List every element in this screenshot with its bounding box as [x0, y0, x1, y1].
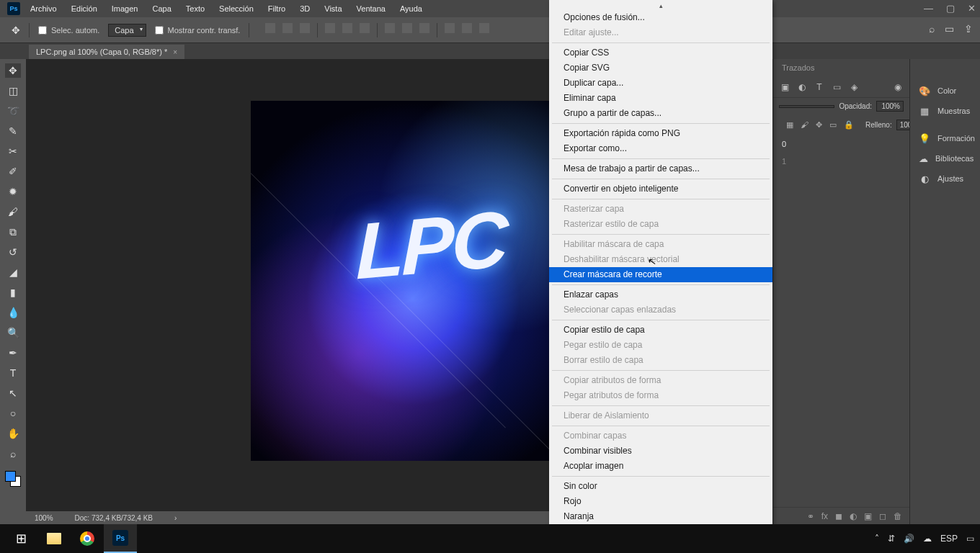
document-size[interactable]: Doc: 732,4 KB/732,4 KB: [75, 514, 153, 522]
eyedropper-tool[interactable]: ✐: [5, 164, 21, 179]
auto-select-dropdown[interactable]: Capa: [108, 24, 146, 37]
crop-tool[interactable]: ✂: [5, 144, 21, 158]
notifications-icon[interactable]: ▭: [966, 534, 974, 544]
document-tab[interactable]: LPC.png al 100% (Capa 0, RGB/8*) * ×: [29, 45, 184, 59]
menu-archivo[interactable]: Archivo: [30, 4, 57, 13]
group-icon[interactable]: ▣: [864, 511, 872, 521]
menu-ayuda[interactable]: Ayuda: [400, 4, 422, 13]
volume-icon[interactable]: 🔊: [904, 534, 914, 544]
layer-item[interactable]: 1: [773, 153, 909, 170]
onedrive-icon[interactable]: ☁: [923, 534, 932, 544]
menu-filtro[interactable]: Filtro: [268, 4, 285, 13]
healing-tool[interactable]: ✹: [5, 184, 21, 199]
distribute-icon[interactable]: [385, 23, 395, 33]
ctx-convert-smart-object[interactable]: Convertir en objeto inteligente: [549, 181, 772, 197]
start-button[interactable]: ⊞: [4, 524, 37, 553]
color-swatch[interactable]: [5, 471, 21, 487]
panel-formacion[interactable]: 💡Formación: [910, 128, 980, 148]
pen-tool[interactable]: ✒: [5, 346, 21, 360]
lasso-tool[interactable]: ➰: [5, 104, 21, 118]
align-icon[interactable]: [300, 23, 310, 33]
ctx-color-orange[interactable]: Naranja: [549, 509, 772, 524]
input-language[interactable]: ESP: [940, 534, 958, 544]
adjustment-layer-icon[interactable]: ◐: [850, 511, 857, 521]
panel-muestras[interactable]: ▦Muestras: [910, 101, 980, 121]
distribute-icon[interactable]: [419, 23, 429, 33]
network-icon[interactable]: ⇵: [888, 534, 895, 544]
lock-transparency-icon[interactable]: ▦: [786, 120, 793, 130]
minimize-icon[interactable]: —: [924, 3, 933, 14]
close-tab-icon[interactable]: ×: [173, 48, 177, 56]
layer-mask-icon[interactable]: ◼: [835, 511, 842, 521]
menu-capa[interactable]: Capa: [152, 4, 171, 13]
zoom-level[interactable]: 100%: [35, 514, 53, 522]
type-tool[interactable]: T: [5, 366, 21, 380]
zoom-tool[interactable]: ⌕: [5, 446, 21, 461]
align-icon[interactable]: [325, 23, 335, 33]
layer-item[interactable]: 0: [773, 135, 909, 153]
distribute-icon[interactable]: [445, 23, 455, 33]
menu-3d[interactable]: 3D: [300, 4, 310, 13]
chrome-icon[interactable]: [71, 524, 104, 553]
dodge-tool[interactable]: 🔍: [5, 325, 21, 340]
gradient-tool[interactable]: ▮: [5, 285, 21, 300]
distribute-icon[interactable]: [479, 23, 489, 33]
ctx-link-layers[interactable]: Enlazar capas: [549, 287, 772, 302]
filter-toggle-icon[interactable]: ◉: [892, 81, 904, 93]
tray-up-icon[interactable]: ˄: [875, 534, 879, 544]
lock-artboard-icon[interactable]: ▭: [829, 120, 837, 130]
ctx-color-red[interactable]: Rojo: [549, 494, 772, 509]
ctx-duplicate-layer[interactable]: Duplicar capa...: [549, 76, 772, 91]
panel-bibliotecas[interactable]: ☁Bibliotecas: [910, 148, 980, 168]
distribute-icon[interactable]: [462, 23, 472, 33]
menu-seleccion[interactable]: Selección: [219, 4, 254, 13]
link-layers-icon[interactable]: ⚭: [807, 511, 814, 521]
maximize-icon[interactable]: ▢: [946, 3, 955, 14]
ctx-color-none[interactable]: Sin color: [549, 479, 772, 494]
menu-imagen[interactable]: Imagen: [112, 4, 138, 13]
file-explorer-icon[interactable]: [37, 524, 71, 553]
panel-ajustes[interactable]: ◐Ajustes: [910, 168, 980, 189]
filter-type-icon[interactable]: T: [814, 81, 825, 93]
photoshop-taskbar-icon[interactable]: Ps: [104, 524, 137, 553]
lock-paint-icon[interactable]: 🖌: [801, 120, 808, 130]
search-icon[interactable]: ⌕: [929, 23, 935, 35]
show-transform-checkbox[interactable]: Mostrar contr. transf.: [155, 26, 241, 35]
align-icon[interactable]: [342, 23, 352, 33]
menu-edicion[interactable]: Edición: [71, 4, 97, 13]
shape-tool[interactable]: ○: [5, 406, 21, 421]
close-icon[interactable]: ✕: [968, 3, 976, 14]
clone-tool[interactable]: ⧉: [5, 225, 21, 239]
ctx-merge-visible[interactable]: Combinar visibles: [549, 444, 772, 459]
ctx-export-as[interactable]: Exportar como...: [549, 141, 772, 156]
auto-select-checkbox[interactable]: Selec. autom.: [38, 26, 99, 35]
status-arrow-icon[interactable]: ›: [174, 514, 177, 522]
ctx-group-from-layers[interactable]: Grupo a partir de capas...: [549, 106, 772, 121]
ctx-quick-export-png[interactable]: Exportación rápida como PNG: [549, 126, 772, 141]
lock-position-icon[interactable]: ✥: [816, 120, 822, 130]
align-icon[interactable]: [360, 23, 370, 33]
share-icon[interactable]: ⇪: [964, 23, 973, 35]
marquee-tool[interactable]: ◫: [5, 84, 21, 98]
move-tool[interactable]: ✥: [5, 63, 21, 78]
align-icon[interactable]: [265, 23, 275, 33]
eraser-tool[interactable]: ◢: [5, 265, 21, 279]
brush-tool[interactable]: 🖌: [5, 204, 21, 219]
ctx-copy-layer-style[interactable]: Copiar estilo de capa: [549, 323, 772, 338]
menu-ventana[interactable]: Ventana: [357, 4, 386, 13]
lock-all-icon[interactable]: 🔒: [844, 120, 854, 130]
align-icon[interactable]: [282, 23, 293, 33]
blur-tool[interactable]: 💧: [5, 305, 21, 320]
menu-scroll-up-icon[interactable]: ▴: [549, 1, 772, 10]
history-brush-tool[interactable]: ↺: [5, 245, 21, 259]
ctx-copy-svg[interactable]: Copiar SVG: [549, 60, 772, 76]
layer-fx-icon[interactable]: fx: [821, 511, 828, 521]
hand-tool[interactable]: ✋: [5, 426, 21, 441]
new-layer-icon[interactable]: ◻: [879, 511, 886, 521]
delete-layer-icon[interactable]: 🗑: [894, 511, 902, 521]
ctx-blending-options[interactable]: Opciones de fusión...: [549, 10, 772, 25]
filter-image-icon[interactable]: ▣: [779, 81, 790, 93]
filter-smart-icon[interactable]: ◈: [848, 81, 860, 93]
ctx-artboard-from-layers[interactable]: Mesa de trabajo a partir de capas...: [549, 161, 772, 176]
quick-select-tool[interactable]: ✎: [5, 124, 21, 138]
